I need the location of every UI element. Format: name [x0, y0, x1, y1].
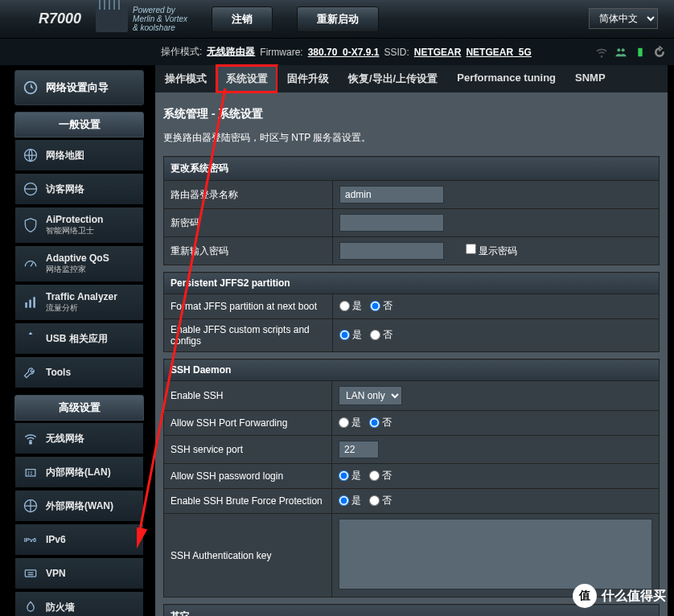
- users-icon[interactable]: [614, 46, 627, 59]
- sidebar-item-ipv6[interactable]: IPv6 IPv6: [14, 524, 144, 556]
- sidebar-item-network-map[interactable]: 网络地图: [14, 139, 144, 171]
- sidebar-item-guest-network[interactable]: 访客网络: [14, 173, 144, 205]
- radio-group-jffs-format: 是 否: [339, 299, 392, 313]
- show-password-toggle[interactable]: 显示密码: [466, 245, 517, 257]
- router-icon: [96, 6, 128, 32]
- radio-group-ssh-forward: 是 否: [339, 416, 392, 429]
- tab-restore-export[interactable]: 恢复/导出/上传设置: [339, 65, 447, 92]
- usb-side-icon: [22, 330, 39, 347]
- svg-point-9: [30, 442, 32, 445]
- svg-rect-6: [25, 302, 27, 308]
- shield-icon: [22, 216, 39, 234]
- language-select[interactable]: 简体中文: [589, 8, 658, 29]
- row-label: Allow SSH Port Forwarding: [164, 411, 332, 436]
- section-header: Persistent JFFS2 partition: [164, 273, 660, 294]
- section-jffs: Persistent JFFS2 partition Format JFFS p…: [163, 272, 660, 352]
- radio-group-jffs-scripts: 是 否: [339, 328, 392, 342]
- page-desc: 更换路由器登陆密码，时区与 NTP 服务器设置。: [163, 131, 660, 156]
- logout-button[interactable]: 注销: [212, 6, 273, 32]
- info-line: 操作模式: 无线路由器 Firmware: 380.70_0-X7.9.1 SS…: [0, 39, 674, 65]
- watermark-text: 什么值得买: [602, 588, 666, 605]
- sidebar-label: IPv6: [46, 534, 66, 545]
- enable-ssh-select[interactable]: LAN only: [339, 386, 402, 405]
- sidebar-group-general: 一般设置: [14, 112, 144, 138]
- radio-no[interactable]: [369, 495, 380, 506]
- ssh-authkey-textarea[interactable]: [339, 519, 652, 589]
- section-password: 更改系统密码 路由器登录名称 新密码 重新输入密码 显示密码: [163, 156, 660, 265]
- sidebar-label: 无线网络: [46, 432, 84, 446]
- sidebar-item-aiprotection[interactable]: AiProtection智能网络卫士: [14, 207, 144, 244]
- watermark-icon: 值: [573, 584, 597, 608]
- sidebar-item-vpn[interactable]: VPN: [14, 557, 144, 589]
- refresh-icon[interactable]: [653, 46, 666, 59]
- tab-operation-mode[interactable]: 操作模式: [155, 65, 216, 92]
- ssid-2g[interactable]: NETGEAR: [414, 47, 462, 58]
- wifi-side-icon: [22, 429, 39, 447]
- row-label: Enable SSH Brute Force Protection: [164, 489, 332, 514]
- sidebar-item-wireless[interactable]: 无线网络: [14, 422, 144, 454]
- usb-icon[interactable]: [634, 46, 647, 59]
- radio-yes[interactable]: [339, 495, 349, 506]
- ipv6-icon: IPv6: [22, 531, 39, 548]
- top-bar: R7000 Powered by Merlin & Vortex & kools…: [0, 0, 674, 39]
- retype-password-input[interactable]: [339, 242, 444, 260]
- sidebar-label: 访客网络: [46, 183, 84, 196]
- section-header: SSH Daemon: [164, 359, 660, 381]
- firmware-value[interactable]: 380.70_0-X7.9.1: [308, 47, 380, 58]
- svg-rect-13: [25, 570, 35, 577]
- radio-yes[interactable]: [339, 417, 349, 428]
- tab-firmware-upgrade[interactable]: 固件升级: [277, 65, 339, 92]
- row-label: Format JFFS partition at next boot: [164, 294, 333, 319]
- reboot-button[interactable]: 重新启动: [297, 6, 379, 32]
- sidebar-label: Traffic Analyzer: [46, 291, 117, 302]
- sidebar-label: 防火墙: [46, 601, 75, 614]
- sidebar-item-lan[interactable]: 内部网络(LAN): [14, 456, 144, 488]
- language-dropdown[interactable]: 简体中文: [589, 8, 658, 29]
- tab-system-settings[interactable]: 系统设置: [216, 65, 277, 92]
- radio-no[interactable]: [370, 301, 380, 311]
- sidebar-item-tools[interactable]: Tools: [14, 356, 144, 388]
- radio-no[interactable]: [369, 417, 380, 428]
- svg-rect-2: [638, 47, 642, 56]
- sidebar-label: VPN: [46, 568, 66, 579]
- ssid-label: SSID:: [384, 47, 409, 58]
- new-password-input[interactable]: [339, 214, 444, 232]
- sidebar-item-wan[interactable]: 外部网络(WAN): [14, 490, 144, 522]
- wifi-icon[interactable]: [595, 46, 608, 59]
- sidebar-item-adaptive-qos[interactable]: Adaptive QoS网络监控家: [14, 245, 144, 282]
- sidebar-item-usb[interactable]: USB 相关应用: [14, 322, 144, 355]
- ssid-5g[interactable]: NETGEAR_5G: [466, 47, 531, 58]
- radio-group-ssh-brute: 是 否: [339, 494, 392, 507]
- sidebar-label: AiProtection: [46, 214, 103, 225]
- sidebar-sublabel: 流量分析: [46, 302, 117, 314]
- radio-yes[interactable]: [339, 470, 349, 481]
- op-mode-value[interactable]: 无线路由器: [207, 45, 255, 59]
- wizard-icon: [22, 79, 39, 97]
- status-icons: [595, 46, 666, 59]
- radio-yes[interactable]: [339, 301, 350, 311]
- sidebar-item-wizard[interactable]: 网络设置向导: [14, 70, 144, 105]
- sidebar-label: Adaptive QoS: [46, 253, 109, 264]
- sidebar-label: 外部网络(WAN): [46, 499, 113, 513]
- radio-no[interactable]: [369, 470, 380, 481]
- show-password-checkbox[interactable]: [466, 244, 476, 254]
- radio-yes[interactable]: [339, 330, 350, 340]
- tab-performance-tuning[interactable]: Performance tuning: [447, 65, 565, 92]
- svg-text:IPv6: IPv6: [24, 536, 36, 544]
- wrench-icon: [22, 363, 39, 381]
- tab-snmp[interactable]: SNMP: [565, 65, 615, 92]
- ssh-port-input[interactable]: [339, 441, 379, 458]
- row-label: SSH service port: [164, 436, 332, 464]
- sidebar-group-advanced: 高级设置: [14, 395, 144, 421]
- section-ssh: SSH Daemon Enable SSH LAN only Allow SSH…: [163, 359, 660, 598]
- section-header: 更改系统密码: [164, 157, 660, 181]
- sidebar-item-firewall[interactable]: 防火墙: [14, 591, 144, 616]
- guest-icon: [22, 180, 39, 198]
- model-name: R7000: [0, 10, 96, 27]
- sidebar-label: Tools: [46, 367, 71, 378]
- sidebar-item-traffic-analyzer[interactable]: Traffic Analyzer流量分析: [14, 284, 144, 321]
- radio-no[interactable]: [370, 330, 380, 340]
- svg-point-0: [617, 48, 620, 51]
- tab-row: 操作模式 系统设置 固件升级 恢复/导出/上传设置 Performance tu…: [155, 65, 668, 92]
- login-name-input[interactable]: [339, 186, 444, 203]
